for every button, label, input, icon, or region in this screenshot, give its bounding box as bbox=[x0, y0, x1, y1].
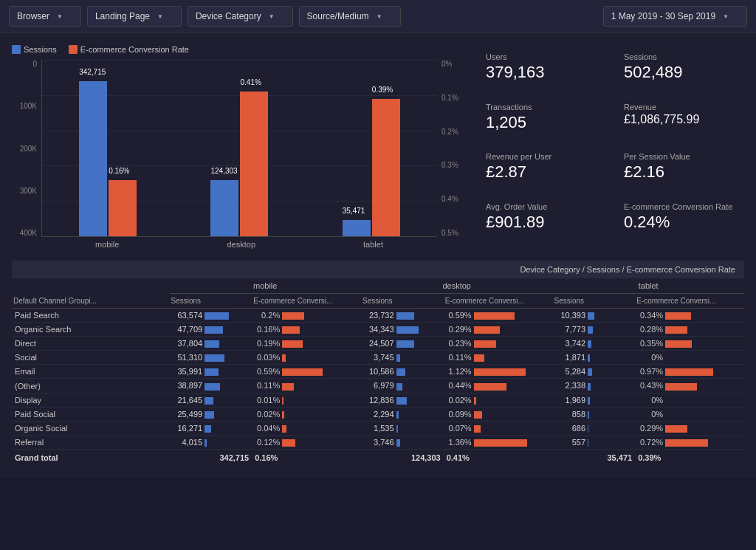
tablet-sessions-cell: 686 bbox=[552, 421, 635, 435]
desktop-conv-cell: 0.02% bbox=[444, 393, 553, 407]
mobile-conv-col-header: E-commerce Conversi... bbox=[252, 294, 361, 309]
mobile-conv-cell: 0.01% bbox=[252, 393, 361, 407]
tablet-conv-cell: 0.34% bbox=[635, 309, 744, 323]
stat-revenue-value: £1,086,775.99 bbox=[624, 113, 744, 126]
desktop-conv-cell: 1.36% bbox=[444, 435, 553, 449]
table-row: Organic Social 16,271 0.04% 1,535 0.07% … bbox=[12, 421, 744, 435]
grand-total-desktop-sessions: 124,303 bbox=[361, 449, 444, 466]
desktop-conv-col-header: E-commerce Conversi... bbox=[444, 294, 553, 309]
mobile-sessions-cell: 16,271 bbox=[170, 421, 252, 435]
stat-revenue-label: Revenue bbox=[624, 103, 744, 111]
channel-cell: (Other) bbox=[12, 379, 170, 393]
grand-total-mobile-sessions: 342,715 bbox=[170, 449, 252, 466]
tablet-sessions-bar: 35,471 bbox=[343, 220, 371, 236]
table-row: Social 51,310 0.03% 3,745 0.11% 1,871 0% bbox=[12, 351, 744, 365]
tablet-conv-cell: 0.97% bbox=[635, 365, 744, 379]
stat-users-label: Users bbox=[486, 52, 606, 61]
desktop-conv-cell: 0.59% bbox=[444, 309, 553, 323]
desktop-conv-cell: 0.09% bbox=[444, 407, 553, 421]
grand-total-tablet-conv: 0.39% bbox=[635, 449, 744, 466]
bar-category-labels: mobile desktop tablet bbox=[41, 240, 437, 249]
mobile-conv-cell: 0.59% bbox=[252, 365, 361, 379]
desktop-sessions-col-header: Sessions bbox=[361, 294, 444, 309]
stat-transactions-value: 1,205 bbox=[486, 113, 606, 132]
stat-aov-label: Avg. Order Value bbox=[486, 202, 606, 211]
data-table: mobile desktop tablet Default Channel Gr… bbox=[12, 278, 744, 466]
browser-filter[interactable]: Browser bbox=[9, 6, 81, 27]
tablet-conv-cell: 0% bbox=[635, 407, 744, 421]
stat-rev-per-user-value: £2.87 bbox=[486, 162, 606, 182]
desktop-sessions-cell: 6,979 bbox=[361, 379, 444, 393]
stat-per-session-label: Per Session Value bbox=[624, 152, 744, 161]
mobile-sessions-col-header: Sessions bbox=[170, 294, 252, 309]
tablet-conv-cell: 0.43% bbox=[635, 379, 744, 393]
mobile-conv-cell: 0.11% bbox=[252, 379, 361, 393]
legend-sessions-label: Sessions bbox=[24, 45, 57, 54]
legend-sessions-icon bbox=[12, 45, 21, 54]
table-row: Display 21,645 0.01% 12,836 0.02% 1,969 … bbox=[12, 393, 744, 407]
tablet-sessions-col-header: Sessions bbox=[552, 294, 635, 309]
stat-rev-per-user-label: Revenue per User bbox=[486, 152, 606, 161]
desktop-sessions-cell: 12,836 bbox=[361, 393, 444, 407]
channel-cell: Social bbox=[12, 351, 170, 365]
desktop-sessions-cell: 34,343 bbox=[361, 323, 444, 337]
stat-sessions-value: 502,489 bbox=[624, 63, 744, 82]
mobile-conv-cell: 0.12% bbox=[252, 435, 361, 449]
stat-ecomm-conv-label: E-commerce Conversion Rate bbox=[624, 202, 744, 211]
desktop-conv-cell: 1.12% bbox=[444, 365, 553, 379]
table-row: Paid Search 63,574 0.2% 23,732 0.59% 10,… bbox=[12, 309, 744, 323]
chart-legend: Sessions E-commerce Conversion Rate bbox=[12, 45, 464, 54]
mobile-conv-cell: 0.04% bbox=[252, 421, 361, 435]
tablet-conv-cell: 0.28% bbox=[635, 323, 744, 337]
channel-cell: Direct bbox=[12, 337, 170, 351]
date-range-filter[interactable]: 1 May 2019 - 30 Sep 2019 bbox=[603, 6, 747, 27]
chart-bars: 342,715 0.16% 124,303 0.41% bbox=[41, 60, 437, 237]
stat-sessions: Sessions 502,489 bbox=[624, 52, 744, 92]
mobile-sessions-cell: 38,897 bbox=[170, 379, 252, 393]
main-content: Sessions E-commerce Conversion Rate 400K… bbox=[0, 33, 756, 261]
device-category-filter[interactable]: Device Category bbox=[188, 6, 293, 27]
tablet-conv-bar: 0.39% bbox=[372, 99, 400, 236]
desktop-sessions-cell: 2,294 bbox=[361, 407, 444, 421]
mobile-conv-cell: 0.02% bbox=[252, 407, 361, 421]
mobile-sessions-cell: 4,015 bbox=[170, 435, 252, 449]
mobile-group-header: mobile bbox=[170, 278, 361, 294]
landing-page-filter[interactable]: Landing Page bbox=[87, 6, 182, 27]
tablet-sessions-cell: 858 bbox=[552, 407, 635, 421]
stat-rev-per-user: Revenue per User £2.87 bbox=[486, 152, 606, 192]
desktop-sessions-bar: 124,303 bbox=[210, 180, 238, 236]
tablet-sessions-cell: 1,969 bbox=[552, 393, 635, 407]
tablet-group-header: tablet bbox=[552, 278, 744, 294]
device-category-filter-label: Device Category bbox=[196, 11, 261, 21]
mobile-sessions-cell: 35,991 bbox=[170, 365, 252, 379]
channel-cell: Organic Social bbox=[12, 421, 170, 435]
tablet-sessions-cell: 5,284 bbox=[552, 365, 635, 379]
desktop-conv-cell: 0.23% bbox=[444, 337, 553, 351]
stat-aov: Avg. Order Value £901.89 bbox=[486, 202, 606, 242]
stat-users-value: 379,163 bbox=[486, 63, 606, 82]
legend-conv-label: E-commerce Conversion Rate bbox=[80, 45, 189, 54]
stat-users: Users 379,163 bbox=[486, 52, 606, 92]
tablet-sessions-cell: 557 bbox=[552, 435, 635, 449]
desktop-sessions-cell: 3,745 bbox=[361, 351, 444, 365]
tablet-conv-cell: 0.72% bbox=[635, 435, 744, 449]
mobile-sessions-cell: 63,574 bbox=[170, 309, 252, 323]
desktop-group-header: desktop bbox=[361, 278, 552, 294]
tablet-conv-col-header: E-commerce Conversi... bbox=[635, 294, 744, 309]
source-medium-filter[interactable]: Source/Medium bbox=[299, 6, 401, 27]
channel-cell: Paid Social bbox=[12, 407, 170, 421]
chart-area: Sessions E-commerce Conversion Rate 400K… bbox=[12, 45, 464, 249]
desktop-sessions-cell: 24,507 bbox=[361, 337, 444, 351]
table-row: Email 35,991 0.59% 10,586 1.12% 5,284 0.… bbox=[12, 365, 744, 379]
y-axis-right: 0.5% 0.4% 0.3% 0.2% 0.1% 0% bbox=[437, 60, 464, 237]
mobile-sessions-cell: 21,645 bbox=[170, 393, 252, 407]
y-axis-left: 400K 300K 200K 100K 0 bbox=[12, 60, 41, 237]
grand-total-row: Grand total 342,715 0.16% 124,303 0.41% … bbox=[12, 449, 744, 466]
mobile-conv-bar: 0.16% bbox=[109, 180, 137, 236]
filter-bar: Browser Landing Page Device Category Sou… bbox=[0, 0, 756, 33]
channel-col-header: Default Channel Groupi... bbox=[12, 294, 170, 309]
tablet-conv-cell: 0% bbox=[635, 351, 744, 365]
desktop-sessions-cell: 1,535 bbox=[361, 421, 444, 435]
source-medium-filter-label: Source/Medium bbox=[307, 11, 369, 21]
mobile-conv-cell: 0.19% bbox=[252, 337, 361, 351]
